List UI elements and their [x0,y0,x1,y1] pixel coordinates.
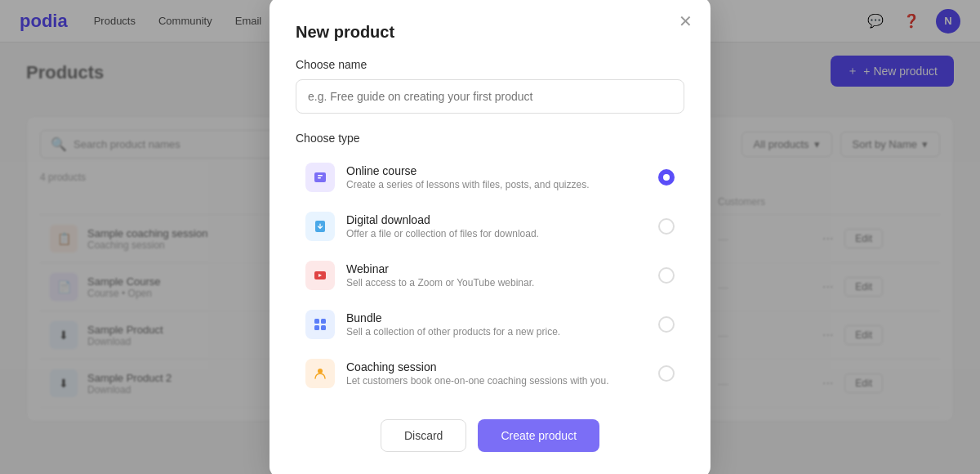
create-product-button[interactable]: Create product [478,419,599,452]
modal-close-button[interactable]: ✕ [679,13,693,29]
type-option-digital-download[interactable]: Digital download Offer a file or collect… [296,203,684,249]
type-name: Online course [346,164,647,177]
type-radio-coaching[interactable] [658,365,675,382]
svg-rect-5 [314,319,319,324]
modal-title: New product [296,23,684,42]
type-text: Webinar Sell access to a Zoom or YouTube… [346,262,647,288]
type-text: Coaching session Let customers book one-… [346,360,647,387]
svg-rect-2 [318,177,321,179]
type-radio-online-course[interactable] [658,169,675,186]
digital-download-icon [305,212,335,241]
type-desc: Sell a collection of other products for … [346,326,647,338]
discard-button[interactable]: Discard [381,419,466,452]
type-option-webinar[interactable]: Webinar Sell access to a Zoom or YouTube… [296,253,684,298]
type-name: Coaching session [346,360,647,373]
type-name: Webinar [346,262,647,275]
type-option-coaching[interactable]: Coaching session Let customers book one-… [296,351,684,396]
type-text: Bundle Sell a collection of other produc… [346,311,647,338]
svg-rect-6 [321,319,326,324]
online-course-icon [305,163,335,192]
bundle-icon [305,310,335,339]
type-name: Digital download [346,213,647,226]
type-radio-webinar[interactable] [658,267,675,284]
new-product-modal: New product ✕ Choose name Choose type On… [270,0,710,474]
type-text: Online course Create a series of lessons… [346,164,647,190]
choose-type-label: Choose type [296,132,684,145]
type-radio-bundle[interactable] [658,316,675,333]
svg-rect-7 [314,325,319,330]
webinar-icon [305,261,335,290]
svg-rect-8 [321,325,326,330]
product-name-input[interactable] [296,79,684,114]
choose-name-label: Choose name [296,58,684,71]
type-desc: Create a series of lessons with files, p… [346,179,647,190]
type-radio-digital-download[interactable] [658,218,675,235]
type-desc: Sell access to a Zoom or YouTube webinar… [346,277,647,288]
svg-point-9 [318,369,323,373]
type-text: Digital download Offer a file or collect… [346,213,647,239]
type-option-online-course[interactable]: Online course Create a series of lessons… [296,154,684,200]
coaching-icon [305,359,335,388]
type-name: Bundle [346,311,647,324]
type-option-bundle[interactable]: Bundle Sell a collection of other produc… [296,302,684,347]
modal-footer: Discard Create product [296,419,684,452]
svg-rect-1 [318,175,323,177]
type-desc: Let customers book one-on-one coaching s… [346,375,647,387]
type-options: Online course Create a series of lessons… [296,154,684,396]
type-desc: Offer a file or collection of files for … [346,228,647,239]
modal-overlay[interactable]: New product ✕ Choose name Choose type On… [0,0,980,474]
